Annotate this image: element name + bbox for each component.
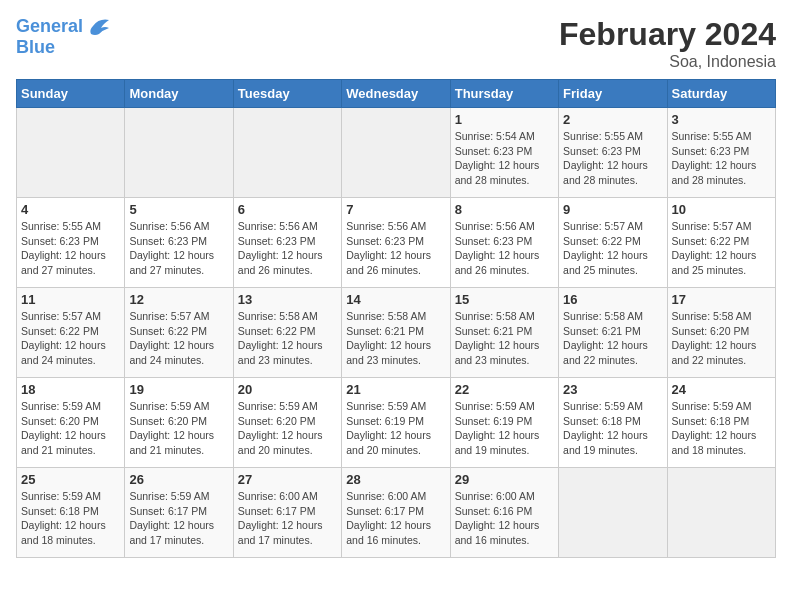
calendar-cell: 2Sunrise: 5:55 AMSunset: 6:23 PMDaylight… bbox=[559, 108, 667, 198]
day-info: Sunrise: 5:59 AMSunset: 6:20 PMDaylight:… bbox=[21, 399, 120, 458]
day-number: 11 bbox=[21, 292, 120, 307]
day-number: 7 bbox=[346, 202, 445, 217]
header-day-saturday: Saturday bbox=[667, 80, 775, 108]
header-day-sunday: Sunday bbox=[17, 80, 125, 108]
header-day-monday: Monday bbox=[125, 80, 233, 108]
day-number: 20 bbox=[238, 382, 337, 397]
calendar-cell bbox=[233, 108, 341, 198]
calendar-cell: 15Sunrise: 5:58 AMSunset: 6:21 PMDayligh… bbox=[450, 288, 558, 378]
header-day-tuesday: Tuesday bbox=[233, 80, 341, 108]
calendar-cell: 19Sunrise: 5:59 AMSunset: 6:20 PMDayligh… bbox=[125, 378, 233, 468]
day-info: Sunrise: 5:59 AMSunset: 6:20 PMDaylight:… bbox=[129, 399, 228, 458]
header-day-wednesday: Wednesday bbox=[342, 80, 450, 108]
day-info: Sunrise: 5:54 AMSunset: 6:23 PMDaylight:… bbox=[455, 129, 554, 188]
day-number: 25 bbox=[21, 472, 120, 487]
calendar-cell: 20Sunrise: 5:59 AMSunset: 6:20 PMDayligh… bbox=[233, 378, 341, 468]
day-number: 27 bbox=[238, 472, 337, 487]
calendar-cell: 22Sunrise: 5:59 AMSunset: 6:19 PMDayligh… bbox=[450, 378, 558, 468]
calendar-cell: 17Sunrise: 5:58 AMSunset: 6:20 PMDayligh… bbox=[667, 288, 775, 378]
calendar-cell: 13Sunrise: 5:58 AMSunset: 6:22 PMDayligh… bbox=[233, 288, 341, 378]
calendar-cell bbox=[125, 108, 233, 198]
calendar-cell: 29Sunrise: 6:00 AMSunset: 6:16 PMDayligh… bbox=[450, 468, 558, 558]
day-info: Sunrise: 5:57 AMSunset: 6:22 PMDaylight:… bbox=[563, 219, 662, 278]
calendar-cell bbox=[559, 468, 667, 558]
calendar-table: SundayMondayTuesdayWednesdayThursdayFrid… bbox=[16, 79, 776, 558]
week-row-3: 18Sunrise: 5:59 AMSunset: 6:20 PMDayligh… bbox=[17, 378, 776, 468]
calendar-title: February 2024 bbox=[559, 16, 776, 53]
day-number: 26 bbox=[129, 472, 228, 487]
calendar-cell bbox=[342, 108, 450, 198]
day-info: Sunrise: 5:59 AMSunset: 6:17 PMDaylight:… bbox=[129, 489, 228, 548]
day-info: Sunrise: 5:58 AMSunset: 6:21 PMDaylight:… bbox=[455, 309, 554, 368]
header-day-friday: Friday bbox=[559, 80, 667, 108]
logo-text-general: General bbox=[16, 17, 83, 37]
day-info: Sunrise: 6:00 AMSunset: 6:16 PMDaylight:… bbox=[455, 489, 554, 548]
week-row-1: 4Sunrise: 5:55 AMSunset: 6:23 PMDaylight… bbox=[17, 198, 776, 288]
calendar-cell: 28Sunrise: 6:00 AMSunset: 6:17 PMDayligh… bbox=[342, 468, 450, 558]
day-number: 3 bbox=[672, 112, 771, 127]
calendar-subtitle: Soa, Indonesia bbox=[559, 53, 776, 71]
day-info: Sunrise: 5:56 AMSunset: 6:23 PMDaylight:… bbox=[455, 219, 554, 278]
day-number: 15 bbox=[455, 292, 554, 307]
day-number: 29 bbox=[455, 472, 554, 487]
calendar-cell: 11Sunrise: 5:57 AMSunset: 6:22 PMDayligh… bbox=[17, 288, 125, 378]
day-number: 23 bbox=[563, 382, 662, 397]
week-row-0: 1Sunrise: 5:54 AMSunset: 6:23 PMDaylight… bbox=[17, 108, 776, 198]
week-row-4: 25Sunrise: 5:59 AMSunset: 6:18 PMDayligh… bbox=[17, 468, 776, 558]
calendar-cell bbox=[667, 468, 775, 558]
logo-text-blue: Blue bbox=[16, 38, 55, 58]
calendar-cell: 24Sunrise: 5:59 AMSunset: 6:18 PMDayligh… bbox=[667, 378, 775, 468]
day-number: 10 bbox=[672, 202, 771, 217]
day-number: 17 bbox=[672, 292, 771, 307]
calendar-cell bbox=[17, 108, 125, 198]
calendar-cell: 10Sunrise: 5:57 AMSunset: 6:22 PMDayligh… bbox=[667, 198, 775, 288]
day-info: Sunrise: 5:59 AMSunset: 6:18 PMDaylight:… bbox=[672, 399, 771, 458]
day-info: Sunrise: 5:57 AMSunset: 6:22 PMDaylight:… bbox=[672, 219, 771, 278]
day-info: Sunrise: 5:59 AMSunset: 6:18 PMDaylight:… bbox=[21, 489, 120, 548]
calendar-cell: 16Sunrise: 5:58 AMSunset: 6:21 PMDayligh… bbox=[559, 288, 667, 378]
calendar-cell: 3Sunrise: 5:55 AMSunset: 6:23 PMDaylight… bbox=[667, 108, 775, 198]
logo: General Blue bbox=[16, 16, 111, 58]
header-day-thursday: Thursday bbox=[450, 80, 558, 108]
day-info: Sunrise: 5:56 AMSunset: 6:23 PMDaylight:… bbox=[346, 219, 445, 278]
day-info: Sunrise: 5:59 AMSunset: 6:19 PMDaylight:… bbox=[346, 399, 445, 458]
calendar-cell: 25Sunrise: 5:59 AMSunset: 6:18 PMDayligh… bbox=[17, 468, 125, 558]
day-info: Sunrise: 5:59 AMSunset: 6:20 PMDaylight:… bbox=[238, 399, 337, 458]
calendar-cell: 23Sunrise: 5:59 AMSunset: 6:18 PMDayligh… bbox=[559, 378, 667, 468]
day-info: Sunrise: 5:55 AMSunset: 6:23 PMDaylight:… bbox=[21, 219, 120, 278]
day-info: Sunrise: 5:56 AMSunset: 6:23 PMDaylight:… bbox=[238, 219, 337, 278]
calendar-cell: 27Sunrise: 6:00 AMSunset: 6:17 PMDayligh… bbox=[233, 468, 341, 558]
day-number: 4 bbox=[21, 202, 120, 217]
day-number: 21 bbox=[346, 382, 445, 397]
day-info: Sunrise: 5:59 AMSunset: 6:18 PMDaylight:… bbox=[563, 399, 662, 458]
day-number: 24 bbox=[672, 382, 771, 397]
day-number: 19 bbox=[129, 382, 228, 397]
calendar-cell: 8Sunrise: 5:56 AMSunset: 6:23 PMDaylight… bbox=[450, 198, 558, 288]
day-info: Sunrise: 5:55 AMSunset: 6:23 PMDaylight:… bbox=[672, 129, 771, 188]
calendar-cell: 1Sunrise: 5:54 AMSunset: 6:23 PMDaylight… bbox=[450, 108, 558, 198]
calendar-cell: 21Sunrise: 5:59 AMSunset: 6:19 PMDayligh… bbox=[342, 378, 450, 468]
day-number: 16 bbox=[563, 292, 662, 307]
day-number: 1 bbox=[455, 112, 554, 127]
calendar-cell: 4Sunrise: 5:55 AMSunset: 6:23 PMDaylight… bbox=[17, 198, 125, 288]
day-info: Sunrise: 5:56 AMSunset: 6:23 PMDaylight:… bbox=[129, 219, 228, 278]
day-info: Sunrise: 5:58 AMSunset: 6:21 PMDaylight:… bbox=[346, 309, 445, 368]
day-info: Sunrise: 6:00 AMSunset: 6:17 PMDaylight:… bbox=[346, 489, 445, 548]
day-info: Sunrise: 5:59 AMSunset: 6:19 PMDaylight:… bbox=[455, 399, 554, 458]
day-number: 6 bbox=[238, 202, 337, 217]
calendar-cell: 9Sunrise: 5:57 AMSunset: 6:22 PMDaylight… bbox=[559, 198, 667, 288]
day-number: 13 bbox=[238, 292, 337, 307]
day-info: Sunrise: 5:58 AMSunset: 6:21 PMDaylight:… bbox=[563, 309, 662, 368]
calendar-cell: 26Sunrise: 5:59 AMSunset: 6:17 PMDayligh… bbox=[125, 468, 233, 558]
day-number: 28 bbox=[346, 472, 445, 487]
day-info: Sunrise: 5:57 AMSunset: 6:22 PMDaylight:… bbox=[21, 309, 120, 368]
page-header: General Blue February 2024 Soa, Indonesi… bbox=[16, 16, 776, 71]
calendar-cell: 14Sunrise: 5:58 AMSunset: 6:21 PMDayligh… bbox=[342, 288, 450, 378]
day-number: 9 bbox=[563, 202, 662, 217]
calendar-cell: 7Sunrise: 5:56 AMSunset: 6:23 PMDaylight… bbox=[342, 198, 450, 288]
header-row: SundayMondayTuesdayWednesdayThursdayFrid… bbox=[17, 80, 776, 108]
day-number: 14 bbox=[346, 292, 445, 307]
calendar-cell: 18Sunrise: 5:59 AMSunset: 6:20 PMDayligh… bbox=[17, 378, 125, 468]
calendar-cell: 6Sunrise: 5:56 AMSunset: 6:23 PMDaylight… bbox=[233, 198, 341, 288]
day-info: Sunrise: 5:58 AMSunset: 6:22 PMDaylight:… bbox=[238, 309, 337, 368]
